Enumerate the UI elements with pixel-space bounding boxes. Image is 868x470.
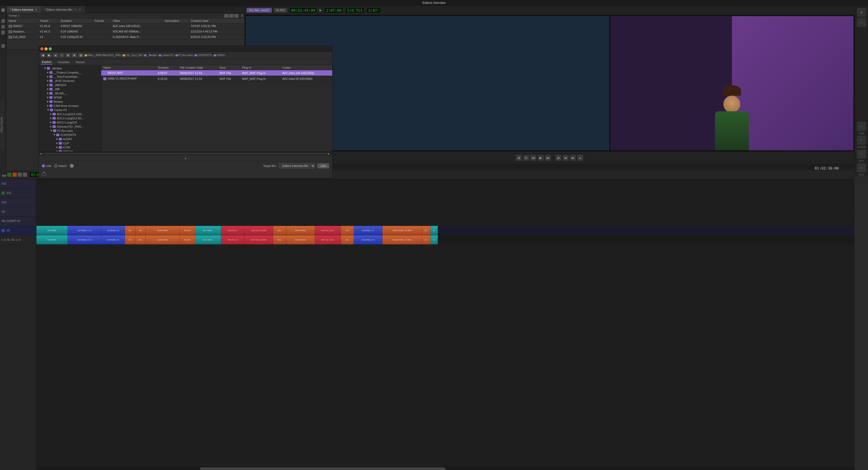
settings-gear-icon[interactable]: ⚙ <box>70 164 74 168</box>
sb-tab-recent[interactable]: Recent <box>75 60 86 64</box>
sb-tab-favorites[interactable]: Favorites <box>57 60 70 64</box>
right-btn-2[interactable]: ○ <box>857 18 866 27</box>
import-radio[interactable]: Import <box>54 164 67 167</box>
tree-item-6[interactable]: _MUSIC__ <box>39 91 101 95</box>
tree-item-0[interactable]: _Medias <box>39 66 101 70</box>
col-tracks[interactable]: Tracks <box>38 19 59 23</box>
tree-item-4[interactable]: _IMAGES <box>39 83 101 87</box>
sidebar-icon-3[interactable] <box>1 31 5 34</box>
v1-clip-6[interactable]: Stu De <box>180 226 195 235</box>
a1-clip-9[interactable]: Kim CU_V1-000 <box>245 235 273 244</box>
tl-icon-4[interactable] <box>18 173 22 177</box>
v1-clip-10[interactable]: Stuc <box>273 226 286 235</box>
bin-tab-editors-interview-bin[interactable]: * Editors Interview Bin ✕ ⊡ <box>41 6 85 13</box>
v1-clip-7[interactable]: Doc Wide_ <box>195 226 221 235</box>
sb-tab-explore[interactable]: Explore <box>41 60 53 64</box>
tree-item-10[interactable]: Cartes P2 <box>39 108 101 112</box>
tree-item-3[interactable]: _AVID Showreel <box>39 79 101 83</box>
tree-item-15[interactable]: P2 Avc-Intra <box>39 129 101 133</box>
v1-clip-8[interactable]: Kim CU_V <box>221 226 245 235</box>
tree-item-13[interactable]: AVCU LongG25 <box>39 120 101 125</box>
v1-clip-17[interactable]: D <box>431 226 438 235</box>
v1-clip-9[interactable]: Kim CU_V1-000 <box>245 226 273 235</box>
a1-clip-1[interactable]: Cat Wide_V1-0 <box>68 235 101 244</box>
transport-btn-7[interactable]: ⏮ <box>562 155 569 161</box>
a1-clip-0[interactable]: Doc Wide <box>36 235 68 244</box>
v1-clip-0[interactable]: Doc Wide <box>36 226 68 235</box>
right-btn-1[interactable]: ⊞ <box>857 8 866 17</box>
tree-item-7[interactable]: AF695 <box>39 95 101 100</box>
v1-clip-5[interactable]: Stuart Wide <box>146 226 180 235</box>
sb-col-creation-date[interactable]: File Creation Date <box>178 65 218 70</box>
tree-item-9[interactable]: CAM Anne et manu <box>39 104 101 108</box>
tree-item-14[interactable]: Odyssey7Q+_DNG... <box>39 125 101 129</box>
sb-up-button[interactable]: ▲ <box>53 53 59 58</box>
bin-options-icon[interactable]: ☰ <box>241 14 243 17</box>
doc-wid-button[interactable]: Doc Wid...new.01 <box>247 8 272 12</box>
bins-icon[interactable]: ☰ <box>1 8 5 12</box>
breadcrumb-item-1[interactable]: HALL_9009 (Mac2015_JPA) <box>85 54 121 57</box>
v1-clip-13[interactable]: Stu <box>341 226 354 235</box>
right-btn-3[interactable]: ○ <box>857 122 866 131</box>
tl-icon-5[interactable] <box>23 173 27 177</box>
right-btn-4[interactable]: ○ <box>857 136 866 145</box>
sb-col-codec[interactable]: Codec <box>280 65 332 70</box>
tree-item-20[interactable]: PROXY <box>39 149 101 152</box>
v1-clip-16[interactable]: Co <box>422 226 431 235</box>
tl-icon-2[interactable] <box>7 173 11 177</box>
a1-clip-8[interactable]: Kim CU_V <box>221 235 245 244</box>
breadcrumb-item-4[interactable]: Cartes P2 <box>159 54 173 57</box>
a1-clip-11[interactable]: Stuart Wide <box>286 235 315 244</box>
a1-clip-10[interactable]: Stuc <box>273 235 286 244</box>
link-button[interactable]: Link <box>317 163 329 168</box>
view-icon-1[interactable] <box>224 14 228 18</box>
v1-clip-15[interactable]: Stuart Wide_V1-000 <box>382 226 422 235</box>
sb-view-button[interactable]: ▤ <box>78 53 84 58</box>
v1-tc1-button[interactable]: V1 TC1 <box>274 8 287 12</box>
sb-minimize-button[interactable] <box>44 47 48 51</box>
transport-btn-4[interactable]: ▶ <box>537 155 544 161</box>
a1-clip-13[interactable]: Stu <box>341 235 354 244</box>
v11-monitor-icon[interactable] <box>2 192 5 195</box>
target-bin-select[interactable]: Editors Interview Bin <box>279 163 315 168</box>
transport-btn-8[interactable]: ⏭ <box>570 155 576 161</box>
tree-item-11[interactable]: AVC-LongG12-G50... <box>39 112 101 116</box>
tree-item-16[interactable]: CONTENTS <box>39 133 101 137</box>
breadcrumb-item-6[interactable]: CONTENTS <box>194 54 212 57</box>
col-duration[interactable]: Duration <box>59 19 92 23</box>
transport-btn-9[interactable]: ▸ <box>577 155 583 161</box>
bin-table-row-0[interactable]: 000317 V1 A1-8 4:59:07 1080i/50 AVC-Intr… <box>6 23 245 29</box>
scroll-right-arrow[interactable]: ▶ <box>328 152 331 155</box>
sb-horizontal-scrollbar[interactable]: ◀ ▶ <box>39 152 332 155</box>
close-bin-2-icon[interactable]: ✕ <box>74 8 76 11</box>
timeline-scrollbar[interactable] <box>36 467 855 470</box>
sb-close-button[interactable] <box>40 47 43 51</box>
a1-clip-7[interactable]: Doc Wide_ <box>195 235 221 244</box>
breadcrumb-item-2[interactable]: 1To_Cazz_M2 <box>123 54 142 57</box>
tree-item-12[interactable]: AVCU LongG12-50-... <box>39 116 101 120</box>
v1-clip-4[interactable]: Stu <box>135 226 146 235</box>
breadcrumb-item-5[interactable]: P2 Avc-Intra <box>175 54 192 57</box>
col-description[interactable]: Description <box>163 19 189 23</box>
a1-clip-2[interactable]: Cat Wide_V1 <box>101 235 125 244</box>
a1-clip-15[interactable]: Stuart Wide_V1-000 <box>382 235 422 244</box>
bin-table-row-1[interactable]: Aaaaavi... V1 A1-2 6:24 1080i/50 XDCAM H… <box>6 29 245 34</box>
tree-item-1[interactable]: __Project Complets__ <box>39 70 101 75</box>
sb-home-button[interactable]: ⌂ <box>60 53 64 58</box>
view-icon-3[interactable] <box>234 14 238 18</box>
bin-table-row-2[interactable]: DJI_0935 V1 4:02 2160p/29.97 H.265/HEVC … <box>6 34 245 40</box>
a1-clip-17[interactable]: D <box>431 235 438 244</box>
transport-btn-2[interactable]: ⊡ <box>523 155 529 161</box>
a1-clip-3[interactable]: Stu <box>125 235 135 244</box>
v1-clip-11[interactable]: Stuart Wide <box>286 226 315 235</box>
tree-item-2[interactable]: __Test-FrameRate... <box>39 75 101 79</box>
a1-clip-4[interactable]: Stu <box>135 235 146 244</box>
sb-col-name[interactable]: Name <box>101 65 156 70</box>
scroll-thumb[interactable] <box>200 467 445 470</box>
sidebar-icon-1[interactable] <box>1 19 5 23</box>
v1-clip-2[interactable]: Cat Wide_V1 <box>101 226 125 235</box>
v1-clip-12[interactable]: Kim CU_V1-C <box>315 226 341 235</box>
scroll-left-arrow[interactable]: ◀ <box>40 152 43 155</box>
col-name[interactable]: Name <box>6 19 38 23</box>
tree-item-18[interactable]: CLIP <box>39 141 101 145</box>
